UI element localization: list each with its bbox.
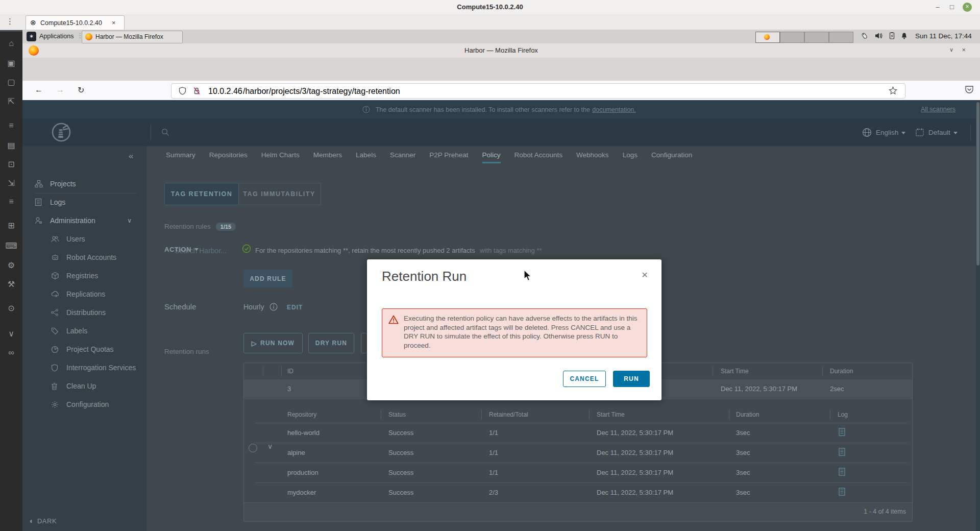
log-icon[interactable] [839,448,845,456]
dry-run-button[interactable]: DRY RUN [308,333,354,353]
run-radio-button[interactable] [249,444,257,452]
scrollbar-track[interactable] [976,100,980,531]
viewer-menu-icon[interactable]: ⋮ [6,17,14,26]
input-device-icon[interactable] [861,32,868,40]
sidebar-item-logs[interactable]: Logs [35,193,65,211]
viewer-resize-icon[interactable]: ⇲ [0,178,22,188]
viewer-camera-icon[interactable]: ⊙ [0,303,22,313]
viewer-chevron-down-icon[interactable]: ∨ [0,329,22,339]
language-menu[interactable]: English [876,129,905,136]
log-icon[interactable] [839,428,845,436]
theme-menu[interactable]: Default [928,129,958,136]
sidebar-item-registries[interactable]: Registries [51,267,98,285]
run-now-button[interactable]: ▷RUN NOW [243,333,303,353]
back-button[interactable]: ← [35,85,43,94]
tab-p2p-preheat[interactable]: P2P Preheat [429,151,468,163]
viewer-monitor-icon[interactable]: ▤ [0,140,22,150]
viewer-tools-icon[interactable]: ⚒ [0,279,22,289]
all-scanners-link[interactable]: All scanners [921,106,955,113]
applications-menu[interactable]: Applications [39,33,74,40]
modal-close-icon[interactable]: × [642,269,648,281]
tab-members[interactable]: Members [313,151,342,163]
cell-retained: 2/3 [489,489,498,496]
collapse-row-chevron-icon[interactable]: ∨ [267,442,273,450]
scrollbar-thumb[interactable] [976,102,979,266]
shield-icon[interactable] [179,87,186,95]
edit-schedule-button[interactable]: EDIT [287,304,303,311]
minimize-button[interactable]: – [933,3,942,12]
viewer-lines-icon[interactable]: ≡ [0,121,22,130]
lock-insecure-icon[interactable] [193,87,201,95]
log-icon[interactable] [839,468,845,476]
viewer-tab[interactable]: ⊗ Compute15-10.0.2.40 × [26,15,125,30]
notifications-bell-icon[interactable] [900,32,908,40]
sidebar-item-replications[interactable]: Replications [51,285,105,303]
workspace-4[interactable] [829,32,853,43]
tag-retention-tab[interactable]: TAG RETENTION [164,183,239,205]
titlebar-chevron-icon[interactable]: ∨ [949,46,953,53]
add-rule-button[interactable]: ADD RULE [243,270,292,287]
tab-logs[interactable]: Logs [623,151,638,163]
tab-summary[interactable]: Summary [166,151,195,163]
tab-scanner[interactable]: Scanner [390,151,415,163]
cell-status: Success [388,469,413,476]
viewer-settings-icon[interactable]: ⚙ [0,260,22,270]
tab-helm-charts[interactable]: Helm Charts [261,151,300,163]
schedule-info-icon[interactable] [270,303,278,311]
maximize-button[interactable]: □ [947,3,957,12]
tag-immutability-tab[interactable]: TAG IMMUTABILITY [238,183,321,205]
workspace-1[interactable] [755,32,780,43]
viewer-screenshot-icon[interactable]: ▣ [0,58,22,68]
sidebar-collapse-button[interactable]: « [129,151,133,161]
tab-robot-accounts[interactable]: Robot Accounts [514,151,563,163]
sidebar-item-projects[interactable]: Projects [35,175,137,194]
workspace-2[interactable] [780,32,804,43]
viewer-zoom-icon[interactable]: ⊡ [0,159,22,169]
forward-button[interactable]: → [56,85,64,94]
documentation-link[interactable]: documentation. [592,106,635,113]
titlebar-close-icon[interactable]: × [962,46,966,54]
harbor-logo[interactable] [51,122,71,142]
viewer-tab-close-icon[interactable]: × [112,19,116,27]
tab-webhooks[interactable]: Webhooks [576,151,609,163]
taskbar-window-button[interactable]: Harbor — Mozilla Firefox [82,31,183,43]
tab-policy[interactable]: Policy [482,151,501,163]
tab-labels[interactable]: Labels [356,151,376,163]
sidebar-item-users[interactable]: Users [51,230,85,248]
viewer-menu2-icon[interactable]: ≡ [0,197,22,206]
url-bar[interactable]: 10.0.2.46 /harbor/projects/3/tag-strateg… [171,83,905,99]
schedule-label: Schedule [164,302,197,311]
col-duration: Duration [736,411,759,418]
sidebar-item-clean-up[interactable]: Clean Up [51,377,96,395]
quota-icon [51,346,61,353]
viewer-window-icon[interactable]: ▢ [0,77,22,87]
viewer-fullscreen-icon[interactable]: ⇱ [0,96,22,106]
sidebar-item-robot-accounts[interactable]: Robot Accounts [51,248,116,267]
run-button[interactable]: RUN [613,371,650,387]
viewer-windows-icon[interactable]: ⊞ [0,221,22,230]
sidebar-item-project-quotas[interactable]: Project Quotas [51,340,114,358]
viewer-home-icon[interactable]: ⌂ [0,39,22,48]
viewer-link-icon[interactable]: ∞ [0,348,22,357]
battery-icon[interactable] [888,32,896,39]
sidebar-item-labels[interactable]: Labels [51,322,87,340]
sidebar-item-distributions[interactable]: Distributions [51,303,106,322]
action-dropdown[interactable]: ACTION [164,245,199,254]
dark-mode-toggle[interactable]: ◐DARK [30,517,57,525]
sidebar-item-interrogation-services[interactable]: Interrogation Services [51,358,136,377]
cell-repository: alpine [287,449,305,456]
close-button[interactable]: × [963,3,972,12]
volume-icon[interactable] [875,32,883,40]
viewer-keyboard-icon[interactable]: ⌨ [0,241,22,251]
applications-logo-icon[interactable]: ✶ [27,32,36,41]
workspace-3[interactable] [804,32,829,43]
bookmark-star-icon[interactable] [889,86,897,95]
tab-repositories[interactable]: Repositories [209,151,248,163]
log-icon[interactable] [839,488,845,496]
reload-button[interactable]: ↻ [78,85,84,95]
cancel-button[interactable]: CANCEL [563,371,606,387]
sidebar-item-administration[interactable]: Administration ∨ [35,211,137,230]
tab-configuration[interactable]: Configuration [651,151,692,163]
sidebar-item-configuration[interactable]: Configuration [51,395,109,414]
save-to-pocket-icon[interactable] [965,85,974,94]
